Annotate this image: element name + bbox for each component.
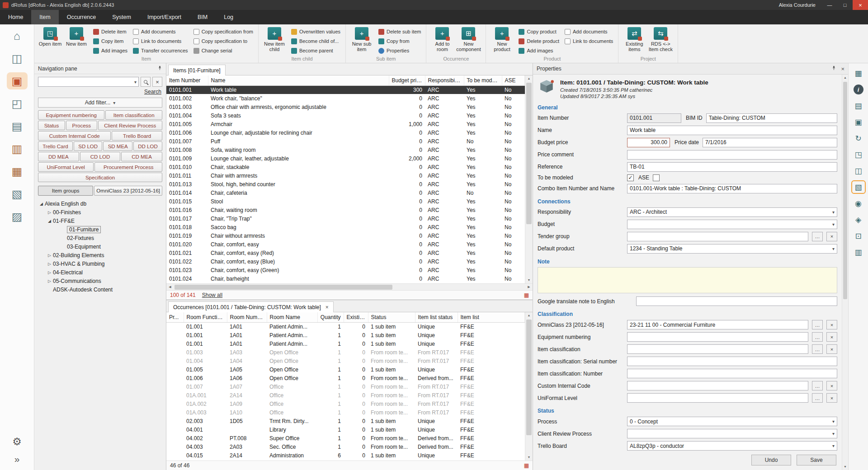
settings-gear-icon[interactable]: ⚙	[7, 433, 28, 450]
ribbon-small-button[interactable]: Copy from	[376, 37, 423, 46]
tree-item[interactable]: ▷ 00-Finishes	[36, 208, 164, 216]
filter-button[interactable]: Procurement Process	[94, 162, 162, 172]
table-row[interactable]: 0101.013Stool, high, behind counter0 ARC…	[166, 180, 525, 188]
tree-expander-icon[interactable]: ◢	[38, 202, 45, 206]
filter-button[interactable]: Trello Board	[112, 131, 162, 141]
filter-button[interactable]: Item classification	[105, 110, 162, 120]
ribbon-large-button[interactable]: ⇄ Existing items	[621, 26, 647, 56]
tree-item[interactable]: ◢ Alexia English db	[36, 199, 164, 208]
column-header[interactable]: Status	[368, 312, 415, 322]
tree-expander-icon[interactable]: ◢	[46, 219, 53, 223]
column-header[interactable]: Responsibility	[425, 75, 464, 85]
table-row[interactable]: 04.0152A14Administration 601 sub itemUni…	[166, 451, 525, 460]
undo-button[interactable]: Undo	[751, 455, 791, 465]
table-row[interactable]: 04.002PT.008Super Office 10From room te.…	[166, 434, 525, 442]
column-header[interactable]: ASE	[502, 75, 525, 85]
tree-item[interactable]: 03-Equipment	[36, 242, 164, 251]
table-row[interactable]: 0101.008Sofa, waiting room0 ARCYesNo	[166, 146, 525, 154]
reports-icon[interactable]: ▦	[7, 163, 28, 180]
lookup-button[interactable]: …	[812, 232, 823, 241]
ribbon-small-button[interactable]: Link to documents	[562, 37, 615, 46]
table-row[interactable]: 0101.010Chair, stackable0 ARCYesNo	[166, 163, 525, 171]
documents-icon[interactable]: ▤	[7, 118, 28, 135]
item-classification-serial-field[interactable]	[627, 357, 837, 366]
table-row[interactable]: 0101.001Work table300 ARCYesNo	[166, 85, 525, 94]
images-icon[interactable]: ▣	[851, 115, 866, 129]
pin-icon[interactable]	[831, 66, 836, 72]
report-icon[interactable]: ▦	[524, 292, 529, 298]
menu-tab[interactable]: Log	[216, 10, 241, 24]
expand-chevrons-icon[interactable]: »	[7, 453, 28, 465]
ribbon-small-button[interactable]: Add images	[516, 46, 561, 55]
tree-item[interactable]: 01-Furniture	[36, 225, 164, 234]
omniclass-field[interactable]: 23-21 11 00 - Commercial Furniture	[627, 320, 808, 329]
table-row[interactable]: 0101.011Chair with armrests0 ARCYesNo	[166, 171, 525, 180]
ribbon-large-button[interactable]: + New product	[489, 26, 515, 56]
menu-tab[interactable]: Home	[0, 10, 31, 24]
combo-number-name-field[interactable]: 0101.001-Work table : Table-Dining: CUST…	[627, 184, 837, 193]
tree-expander-icon[interactable]: ▷	[46, 270, 53, 275]
tree-item[interactable]: ▷ 05-Communications	[36, 277, 164, 285]
table-row[interactable]: 0101.016Chair, waiting room0 ARCYesNo	[166, 206, 525, 214]
catalogs-icon[interactable]: ▧	[7, 185, 28, 202]
filter-button[interactable]: Process	[66, 121, 97, 130]
column-header[interactable]: Room Name	[267, 312, 317, 322]
filter-button[interactable]: Status	[38, 121, 65, 130]
table-row[interactable]: 0101.014Chair, cafeteria0 ARCNoNo	[166, 188, 525, 197]
column-header[interactable]: Room Function #:	[184, 312, 227, 322]
clear-button[interactable]: ×	[826, 320, 837, 329]
maximize-button[interactable]: □	[837, 0, 853, 10]
navpane-tab[interactable]: OmniClass 23 [2012-05-16]	[94, 186, 162, 196]
table-row[interactable]: 01A.0012A14Office 10From room te...From …	[166, 391, 525, 400]
table-row[interactable]: 01.0011A01Patient Admin... 101 sub itemU…	[166, 331, 525, 339]
table-row[interactable]: 0101.019Chair without armrests0 ARCYesNo	[166, 231, 525, 240]
files-icon[interactable]: ▨	[7, 208, 28, 225]
google-translate-field[interactable]	[636, 296, 837, 306]
tree-item[interactable]: ▷ 04-Electrical	[36, 268, 164, 277]
report-icon[interactable]: ▦	[524, 462, 529, 469]
lookup-button[interactable]: …	[812, 381, 823, 390]
ribbon-small-button[interactable]: Link to documents	[131, 37, 190, 46]
filter-button[interactable]: Client Review Process	[98, 121, 162, 130]
filter-button[interactable]: CD LOD	[80, 152, 120, 161]
products-icon[interactable]: ◰	[7, 95, 28, 112]
table-row[interactable]: 0101.015Stool0 ARCYesNo	[166, 197, 525, 206]
documents-icon[interactable]: ▧	[851, 180, 866, 194]
table-row[interactable]: 0101.018Sacco bag0 ARCYesNo	[166, 223, 525, 231]
table-row[interactable]: 0101.022Chair, comfort, easy (Blue)0 ARC…	[166, 257, 525, 266]
info-icon[interactable]: i	[854, 85, 863, 94]
table-row[interactable]: 01.0051A05Open Office 101 sub itemUnique…	[166, 365, 525, 374]
ribbon-small-button[interactable]: Add documents	[562, 27, 615, 36]
table-row[interactable]: 0101.006Lounge chair, adjustable for rec…	[166, 128, 525, 137]
clear-button[interactable]: ×	[826, 393, 837, 403]
navpane-tab[interactable]: Item groups	[38, 186, 93, 196]
properties-scrollbar[interactable]: ▲ ▼	[842, 75, 848, 470]
menu-tab[interactable]: Occurrence	[59, 10, 104, 24]
menu-tab[interactable]: System	[104, 10, 139, 24]
camera-icon[interactable]: ◉	[851, 197, 866, 210]
table-row[interactable]: 01.0061A06Open Office 10From room te...D…	[166, 374, 525, 382]
ribbon-small-button[interactable]: Properties	[376, 46, 423, 55]
tree-expander-icon[interactable]: ▷	[46, 262, 53, 266]
vertical-scrollbar[interactable]: ▲ ▼	[525, 75, 533, 283]
ribbon-small-button[interactable]: Transfer occurrences	[131, 46, 190, 55]
ribbon-small-button[interactable]: Add images	[91, 46, 130, 55]
clear-button[interactable]: ×	[826, 344, 837, 354]
column-header[interactable]: Existing...	[344, 312, 368, 322]
close-button[interactable]: ×	[853, 0, 868, 10]
filter-button[interactable]: CD MEA	[121, 152, 162, 161]
tab-occurrences[interactable]: Occurrences [0101.001 / Table-Dining: CU…	[168, 301, 334, 312]
table-row[interactable]: 0101.023Chair, comfort, easy (Green)0 AR…	[166, 266, 525, 274]
ribbon-small-button[interactable]: Delete sub item	[376, 27, 423, 36]
table-row[interactable]: 0101.005Armchair1,000 ARCYesNo	[166, 120, 525, 128]
search-link[interactable]: Search	[144, 89, 161, 95]
uniformat-level-field[interactable]	[627, 393, 808, 403]
item-classification-field[interactable]	[627, 344, 808, 354]
tree-expander-icon[interactable]: ▷	[46, 253, 53, 258]
column-header[interactable]: Pr...	[166, 312, 184, 322]
horizontal-scrollbar[interactable]: ◀ ▶	[166, 283, 533, 290]
layout-grid-icon[interactable]: ▦	[851, 66, 866, 80]
sync-icon[interactable]: ↻	[851, 132, 866, 145]
table-row[interactable]: 0101.017Chair, "Trip Trap"0 ARCYesNo	[166, 214, 525, 223]
rooms-icon[interactable]: ◫	[7, 50, 28, 67]
